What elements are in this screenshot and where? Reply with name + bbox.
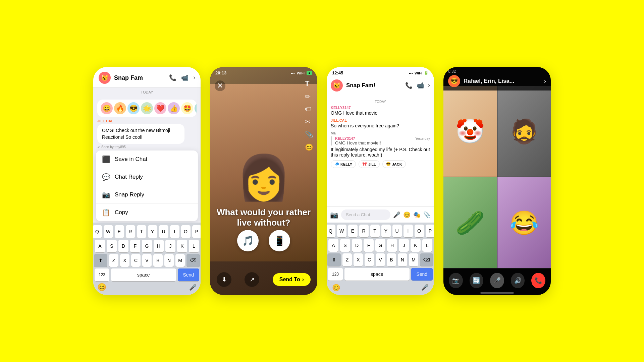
key-k[interactable]: K bbox=[177, 240, 187, 252]
key-send[interactable]: Send bbox=[178, 268, 200, 281]
key-space[interactable]: space bbox=[111, 268, 176, 281]
p3-key-f[interactable]: F bbox=[364, 239, 374, 252]
p3-key-delete[interactable]: ⌫ bbox=[420, 253, 433, 266]
clip-tool[interactable]: 📎 bbox=[305, 130, 313, 138]
p3-key-t[interactable]: T bbox=[370, 225, 380, 237]
p3-key-space[interactable]: space bbox=[344, 268, 410, 281]
copy-item[interactable]: 📋 Copy bbox=[96, 204, 198, 221]
download-button[interactable]: ⬇ bbox=[217, 272, 231, 287]
p3-key-u[interactable]: U bbox=[392, 225, 402, 237]
video-icon[interactable]: 📹 bbox=[181, 74, 189, 81]
p3-key-v[interactable]: V bbox=[376, 253, 385, 266]
p3-key-q[interactable]: Q bbox=[327, 225, 335, 237]
p3-mic-icon[interactable]: 🎤 bbox=[393, 211, 400, 219]
p3-paperclip-icon[interactable]: 📎 bbox=[423, 211, 431, 219]
key-l[interactable]: L bbox=[189, 240, 199, 252]
p3-emoji-icon[interactable]: 😊 bbox=[403, 211, 411, 219]
key-t[interactable]: T bbox=[137, 225, 146, 238]
key-f[interactable]: F bbox=[130, 240, 140, 252]
key-shift[interactable]: ⬆ bbox=[94, 254, 107, 267]
save-in-chat-item[interactable]: ⬛ Save in Chat bbox=[96, 150, 198, 168]
key-w[interactable]: W bbox=[104, 225, 113, 238]
p3-key-k[interactable]: K bbox=[411, 239, 421, 252]
snap-reply-item[interactable]: 📷 Snap Reply bbox=[96, 186, 198, 204]
reaction-kelly[interactable]: 🧢 KELLY bbox=[331, 160, 356, 168]
key-e[interactable]: E bbox=[115, 225, 124, 238]
phone-icon[interactable]: 📞 bbox=[169, 74, 176, 81]
volume-button[interactable]: 🔊 bbox=[511, 273, 525, 288]
p3-key-g[interactable]: G bbox=[375, 239, 385, 252]
end-call-button[interactable]: 📞 bbox=[531, 273, 545, 288]
reaction-jack[interactable]: 😎 JACK bbox=[382, 160, 406, 168]
camera-flip-button[interactable]: 🔄 bbox=[470, 273, 484, 288]
p3-key-e[interactable]: E bbox=[348, 225, 358, 237]
mic-icon[interactable]: 🎤 bbox=[189, 284, 197, 291]
chat-reply-item[interactable]: 💬 Chat Reply bbox=[96, 168, 198, 186]
key-o[interactable]: O bbox=[181, 225, 191, 238]
p3-key-a[interactable]: A bbox=[328, 239, 338, 252]
key-m[interactable]: M bbox=[175, 254, 185, 267]
p3-emoji-kbd-icon[interactable]: 😊 bbox=[332, 284, 340, 292]
p3-key-b[interactable]: B bbox=[387, 253, 396, 266]
p3-key-s[interactable]: S bbox=[340, 239, 350, 252]
p3-key-w[interactable]: W bbox=[337, 225, 346, 237]
p3-more-icon[interactable]: › bbox=[428, 82, 430, 89]
p3-sticker-icon[interactable]: 🎭 bbox=[413, 211, 421, 219]
p3-key-x[interactable]: X bbox=[354, 253, 363, 266]
more-icon[interactable]: › bbox=[193, 74, 195, 81]
text-tool[interactable]: T bbox=[305, 79, 313, 88]
p3-key-h[interactable]: H bbox=[387, 239, 397, 252]
key-g[interactable]: G bbox=[142, 240, 152, 252]
p3-key-r[interactable]: R bbox=[359, 225, 369, 237]
p3-key-o[interactable]: O bbox=[415, 225, 424, 237]
share-button[interactable]: ↗ bbox=[245, 272, 259, 287]
choice-music[interactable]: 🎵 bbox=[237, 230, 259, 251]
p3-camera-icon[interactable]: 📷 bbox=[330, 211, 338, 219]
mute-button[interactable]: 🎤 bbox=[490, 273, 504, 288]
p3-video-icon[interactable]: 📹 bbox=[417, 82, 424, 89]
p3-key-c[interactable]: C bbox=[365, 253, 374, 266]
key-q[interactable]: Q bbox=[93, 225, 102, 238]
p3-key-z[interactable]: Z bbox=[342, 253, 352, 266]
draw-tool[interactable]: ✏ bbox=[305, 93, 313, 101]
p3-key-p[interactable]: P bbox=[426, 225, 434, 237]
choice-phone[interactable]: 📱 bbox=[269, 230, 290, 251]
key-x[interactable]: X bbox=[120, 254, 129, 267]
p3-key-y[interactable]: Y bbox=[381, 225, 391, 237]
key-r[interactable]: R bbox=[126, 225, 135, 238]
p3-input-field[interactable]: Send a Chat bbox=[341, 209, 390, 220]
reaction-jill[interactable]: 🎀 JILL bbox=[359, 160, 380, 168]
scissor-tool[interactable]: ✂ bbox=[305, 118, 313, 126]
key-i[interactable]: I bbox=[170, 225, 179, 238]
send-to-button[interactable]: Send To › bbox=[273, 273, 311, 286]
p3-phone-icon[interactable]: 📞 bbox=[405, 82, 413, 89]
call-chevron-icon[interactable]: › bbox=[544, 78, 546, 85]
p3-key-shift[interactable]: ⬆ bbox=[327, 253, 341, 266]
key-b[interactable]: B bbox=[153, 254, 163, 267]
p3-key-m[interactable]: M bbox=[409, 253, 418, 266]
key-p[interactable]: P bbox=[192, 225, 201, 238]
p3-key-j[interactable]: J bbox=[399, 239, 409, 252]
key-delete[interactable]: ⌫ bbox=[186, 254, 200, 267]
p3-key-123[interactable]: 123 bbox=[328, 268, 343, 281]
sticker-tool[interactable]: 🏷 bbox=[305, 105, 313, 113]
key-n[interactable]: N bbox=[164, 254, 174, 267]
key-y[interactable]: Y bbox=[148, 225, 157, 238]
p3-key-d[interactable]: D bbox=[352, 239, 362, 252]
key-v[interactable]: V bbox=[142, 254, 152, 267]
key-c[interactable]: C bbox=[131, 254, 141, 267]
p3-key-n[interactable]: N bbox=[398, 253, 407, 266]
face-tool[interactable]: 😊 bbox=[305, 143, 313, 151]
close-button[interactable]: ✕ bbox=[215, 80, 225, 91]
video-off-button[interactable]: 📷 bbox=[449, 273, 463, 288]
key-z[interactable]: Z bbox=[109, 254, 118, 267]
emoji-icon[interactable]: 😊 bbox=[97, 283, 106, 292]
key-123[interactable]: 123 bbox=[95, 268, 109, 281]
key-h[interactable]: H bbox=[154, 240, 164, 252]
key-s[interactable]: S bbox=[107, 240, 117, 252]
p3-key-i[interactable]: I bbox=[404, 225, 413, 237]
p3-key-l[interactable]: L bbox=[422, 239, 432, 252]
key-u[interactable]: U bbox=[159, 225, 168, 238]
p3-key-send[interactable]: Send bbox=[411, 268, 433, 281]
key-d[interactable]: D bbox=[118, 240, 128, 252]
